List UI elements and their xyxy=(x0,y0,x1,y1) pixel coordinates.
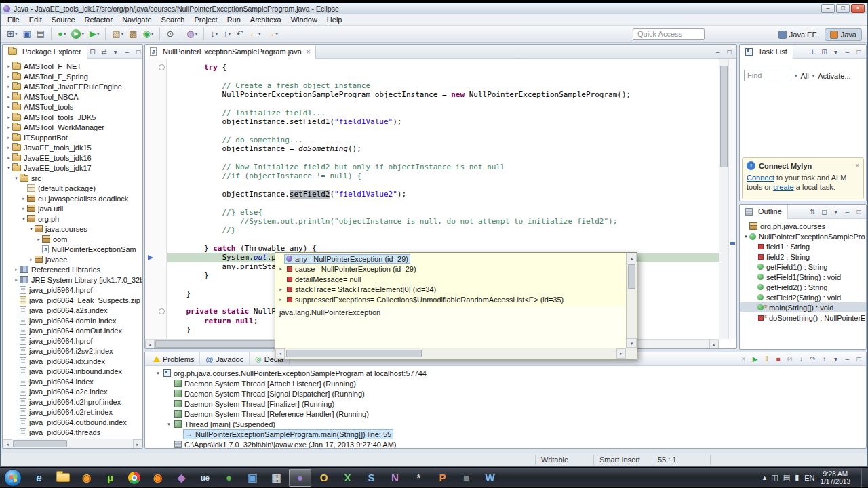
skype-icon[interactable]: S xyxy=(360,469,382,487)
outline-item[interactable]: getField1() : String xyxy=(740,262,866,272)
maximize-icon[interactable]: □ xyxy=(854,355,864,363)
tree-item[interactable]: java_pid6064_Leak_Suspects.zip xyxy=(3,295,142,305)
settings-app-icon[interactable]: * xyxy=(408,469,430,487)
new-task-icon[interactable]: + xyxy=(808,48,818,56)
popup-vscrollbar[interactable]: ▴ ▾ xyxy=(626,253,637,348)
expand-arrow-icon[interactable]: ▸ xyxy=(277,266,284,272)
maximize-icon[interactable]: □ xyxy=(854,208,864,216)
tree-item[interactable]: java_pid6064.domIn.index xyxy=(3,315,142,325)
tree-item[interactable]: ▸Referenced Libraries xyxy=(3,264,142,274)
expand-arrow-icon[interactable]: ▸ xyxy=(5,135,12,140)
menu-edit[interactable]: Edit xyxy=(24,15,47,24)
code-line[interactable]: // Now Initialize field2 but only if obj… xyxy=(167,163,719,171)
code-line[interactable]: //System.out.println("objectInstance is … xyxy=(167,217,719,226)
tree-item[interactable]: ▸oom xyxy=(3,234,142,244)
tree-item[interactable]: java_pid6064.threads xyxy=(3,427,142,437)
tree-item[interactable]: ▸ITSupportBot xyxy=(3,132,142,142)
expand-arrow-icon[interactable]: ▸ xyxy=(277,287,284,292)
debug-item[interactable]: →NullPointerExceptionSampleProgram.main(… xyxy=(145,429,866,439)
maximize-icon[interactable]: □ xyxy=(724,48,734,56)
code-line[interactable]: objectInstance.setField2("field1Value2")… xyxy=(167,190,719,199)
outline-item[interactable]: ▾NullPointerExceptionSamplePro xyxy=(740,231,866,241)
outline-item[interactable]: sdoSomething() : NullPointerE xyxy=(740,312,866,323)
menu-architexa[interactable]: Architexa xyxy=(245,15,286,24)
minimize-icon[interactable]: – xyxy=(713,48,723,56)
debug-item[interactable]: Daemon System Thread [Reference Handler]… xyxy=(145,409,866,419)
taskbar-clock[interactable]: 9:28 AM 1/17/2013 xyxy=(821,470,851,485)
green-app-icon[interactable]: ● xyxy=(218,469,240,487)
code-line[interactable] xyxy=(167,153,719,162)
close-tab-icon[interactable]: × xyxy=(307,48,311,56)
tree-item[interactable]: java_pid6064.idx.index xyxy=(3,356,142,366)
collapse-arrow-icon[interactable]: ▾ xyxy=(743,234,749,239)
code-line[interactable]: // Create a fresh object instance xyxy=(167,81,719,90)
code-line[interactable]: NullPointerExceptionSampleProgram object… xyxy=(167,90,719,99)
show-desktop-button[interactable] xyxy=(861,468,868,487)
network-icon[interactable]: ▮ xyxy=(795,473,799,482)
close-button[interactable]: × xyxy=(851,4,865,13)
scroll-up-icon[interactable]: ▴ xyxy=(627,253,637,262)
windows-explorer-icon[interactable] xyxy=(52,469,74,487)
code-line[interactable] xyxy=(167,72,719,81)
blue-app-icon[interactable]: ▣ xyxy=(241,469,264,487)
maximize-icon[interactable]: □ xyxy=(134,48,143,56)
outline-item[interactable]: smain(String[]) : void xyxy=(740,302,866,312)
sort-icon[interactable]: ⇅ xyxy=(808,208,818,216)
dark-app-icon[interactable]: ■ xyxy=(455,469,477,487)
tree-item[interactable]: ▸JRE System Library [jdk1.7.0_32bit] xyxy=(3,274,142,285)
scroll-right-icon[interactable]: ▸ xyxy=(133,439,142,449)
coverage-icon[interactable]: ◍▾ xyxy=(184,27,199,41)
code-line[interactable]: objectInstance = doSomething(); xyxy=(167,144,719,153)
outline-item[interactable]: field1 : String xyxy=(740,241,866,251)
tab-task-list[interactable]: Task List xyxy=(740,45,793,59)
tree-item[interactable]: java_pid5964.hprof xyxy=(3,285,142,295)
tree-item[interactable]: java_pid6064.domOut.index xyxy=(3,325,142,336)
variable-detail-pane[interactable]: java.lang.NullPointerException xyxy=(275,306,626,348)
code-line[interactable]: objectInstance.setField1("field1Value"); xyxy=(167,117,719,126)
new-java-project-icon[interactable]: ▧▾ xyxy=(110,27,125,41)
mylyn-link[interactable]: Connect xyxy=(747,174,774,182)
menu-run[interactable]: Run xyxy=(222,15,245,24)
expand-arrow-icon[interactable]: ▸ xyxy=(5,64,12,69)
powerpoint-icon[interactable]: P xyxy=(431,469,454,487)
minimize-icon[interactable]: – xyxy=(842,48,852,56)
maximize-icon[interactable]: □ xyxy=(854,48,864,56)
code-line[interactable] xyxy=(167,199,719,207)
view-menu-icon[interactable]: ▾ xyxy=(831,208,841,216)
debug-item[interactable]: ▾Thread [main] (Suspended) xyxy=(145,419,866,429)
run-icon[interactable]: ▶▾ xyxy=(69,27,86,41)
back-icon[interactable]: ←▾ xyxy=(247,27,263,41)
debug-item[interactable]: Daemon System Thread [Signal Dispatcher]… xyxy=(145,388,866,399)
tab-editor-file[interactable]: J NullPointerExceptionSampleProgram.java… xyxy=(145,45,316,59)
tree-item[interactable]: java_pid6064.hprof xyxy=(3,336,142,346)
collapse-arrow-icon[interactable]: ▾ xyxy=(5,165,12,171)
eclipse-icon[interactable]: ● xyxy=(289,469,311,487)
excel-icon[interactable]: X xyxy=(336,469,359,487)
expand-arrow-icon[interactable]: ▸ xyxy=(5,115,12,120)
tree-item[interactable]: java_pid6064.o2ret.index xyxy=(3,407,142,417)
mylyn-link[interactable]: create xyxy=(773,183,794,191)
expand-arrow-icon[interactable]: ▸ xyxy=(277,297,284,302)
close-icon[interactable]: × xyxy=(855,162,859,169)
code-line[interactable] xyxy=(167,126,719,135)
run-external-tools-icon[interactable]: ▶▾ xyxy=(87,27,102,41)
debug-item[interactable]: Daemon System Thread [Attach Listener] (… xyxy=(145,378,866,388)
fold-collapse-icon[interactable]: – xyxy=(159,308,165,314)
code-line[interactable]: // do something... xyxy=(167,136,719,144)
variable-row[interactable]: ▸suppressedExceptions= Collections$Unmod… xyxy=(275,294,626,304)
collapse-arrow-icon[interactable]: ▾ xyxy=(20,216,27,222)
scroll-down-icon[interactable]: ▾ xyxy=(627,338,637,348)
code-line[interactable] xyxy=(167,180,719,189)
minimize-icon[interactable]: – xyxy=(842,355,852,363)
popup-hscrollbar[interactable]: ◂ ▸ xyxy=(275,348,626,359)
forward-icon[interactable]: →▾ xyxy=(264,27,281,41)
expand-arrow-icon[interactable]: ▸ xyxy=(5,125,12,130)
editor-gutter[interactable]: –– xyxy=(145,59,167,339)
outline-item[interactable]: setField1(String) : void xyxy=(740,272,866,282)
collapse-arrow-icon[interactable]: ▾ xyxy=(13,176,20,181)
expand-arrow-icon[interactable]: ▸ xyxy=(13,277,20,283)
tree-item[interactable]: ▸javaee xyxy=(3,254,142,264)
chevron-down-icon[interactable]: ▾ xyxy=(795,73,797,79)
tree-item[interactable]: ▾src xyxy=(3,173,142,183)
save-icon[interactable]: ▣ xyxy=(20,27,33,41)
